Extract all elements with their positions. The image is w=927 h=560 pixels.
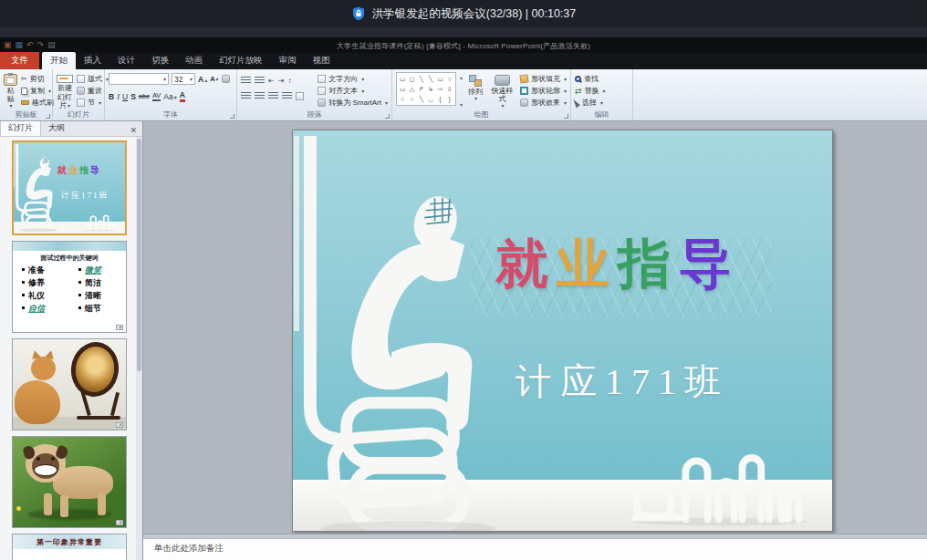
replace-icon: ⇄ xyxy=(575,87,582,96)
character-spacing-button[interactable]: AV xyxy=(152,91,161,101)
group-clipboard: 粘贴 ▾ ✂ 剪切 复制 ▾ 格式刷 剪贴板 xyxy=(0,69,53,120)
columns-icon[interactable] xyxy=(296,92,304,100)
increase-indent-icon[interactable]: ⇥ xyxy=(278,77,285,85)
bold-button[interactable]: B xyxy=(109,92,114,101)
font-name-select[interactable]: ▾ xyxy=(109,73,169,85)
align-right-icon[interactable] xyxy=(268,92,278,100)
align-center-icon[interactable] xyxy=(255,92,265,100)
dialog-launcher-icon[interactable] xyxy=(230,114,234,119)
format-painter-icon xyxy=(21,100,29,105)
tab-animations[interactable]: 动画 xyxy=(177,52,211,69)
underline-button[interactable]: U xyxy=(122,92,128,101)
bullet-item: 修养 xyxy=(22,276,66,289)
shape-outline-icon xyxy=(520,87,528,95)
shape-fill-button[interactable]: 形状填充 ▾ xyxy=(520,74,567,84)
group-label: 绘图 xyxy=(392,109,570,119)
cut-button[interactable]: ✂ 剪切 xyxy=(21,74,54,84)
layout-button[interactable]: 版式 ▾ xyxy=(77,74,109,84)
mirror-shape xyxy=(68,339,122,400)
align-left-icon[interactable] xyxy=(241,92,251,100)
text-direction-button[interactable]: 文字方向 ▾ xyxy=(318,74,388,84)
conference-bar: 洪学银发起的视频会议(32/38) | 00:10:37 xyxy=(0,0,927,27)
thumb2-sky-band xyxy=(13,242,126,251)
decrease-indent-icon[interactable]: ⇤ xyxy=(268,77,275,85)
convert-smartart-button[interactable]: 转换为 SmartArt ▾ xyxy=(318,98,388,108)
find-button[interactable]: 查找 xyxy=(575,74,606,84)
shapes-scroll[interactable]: ▴ ▾ xyxy=(460,72,463,109)
panel-close-icon[interactable]: ✕ xyxy=(124,125,142,136)
tab-transitions[interactable]: 切换 xyxy=(143,52,177,69)
tab-home[interactable]: 开始 xyxy=(42,52,76,69)
tab-design[interactable]: 设计 xyxy=(109,52,143,69)
group-paragraph: ⇤ ⇥ ↕ 文字方向 ▾ 对 xyxy=(237,69,392,120)
copy-button[interactable]: 复制 ▾ xyxy=(21,86,54,96)
new-slide-icon xyxy=(57,75,73,83)
slide-thumbnail-3[interactable] xyxy=(12,338,127,430)
tab-insert[interactable]: 插入 xyxy=(76,52,109,69)
quick-styles-button[interactable]: 快速样式 ▾ xyxy=(488,72,516,109)
bullet-item: 微笑 xyxy=(78,264,122,276)
paste-icon xyxy=(4,74,17,86)
slide-title[interactable]: 就业指导 xyxy=(495,229,740,300)
slide-thumbnail-1[interactable]: 就业指导 计应171班 xyxy=(12,140,127,235)
grow-font-button[interactable]: A▴ xyxy=(198,75,207,84)
format-painter-button[interactable]: 格式刷 xyxy=(21,98,54,108)
shadow-button[interactable]: S xyxy=(130,92,136,101)
main-slide-canvas[interactable]: 就业指导 计应171班 xyxy=(292,130,833,532)
arrange-icon xyxy=(469,75,482,87)
panel-tab-outline[interactable]: 大纲 xyxy=(41,121,72,136)
dialog-launcher-icon[interactable] xyxy=(46,114,50,119)
panel-scrollbar[interactable] xyxy=(136,137,142,560)
thumb2-left-bullets: 准备 修养 礼仪 自信 xyxy=(22,264,66,315)
slide-editing-area[interactable]: 就业指导 计应171班 xyxy=(143,121,927,534)
shapes-gallery[interactable]: ▭◻╲╲▭○ ▭△↱↳⇨⇩ ○☆╲◡{} xyxy=(396,72,456,106)
panel-tab-slides[interactable]: 幻灯片 xyxy=(0,121,41,136)
tab-view[interactable]: 视图 xyxy=(305,52,339,69)
tube-sculpture xyxy=(617,441,822,527)
justify-icon[interactable] xyxy=(282,92,292,100)
paste-button[interactable]: 粘贴 ▾ xyxy=(4,72,17,109)
reset-button[interactable]: 重设 xyxy=(77,86,109,96)
chevron-down-icon: ▾ xyxy=(361,76,364,82)
thumb2-title: 面试过程中的关键词 xyxy=(13,254,126,263)
meeting-lock-icon xyxy=(351,6,366,21)
bullet-item: 细节 xyxy=(78,302,122,315)
tab-review[interactable]: 审阅 xyxy=(271,52,305,69)
bullets-icon[interactable] xyxy=(241,77,251,85)
font-size-select[interactable]: 32▾ xyxy=(172,73,195,85)
dialog-launcher-icon[interactable] xyxy=(385,114,390,119)
align-text-button[interactable]: 对齐文本 ▾ xyxy=(318,86,388,96)
shape-fill-icon xyxy=(519,74,528,83)
dog-head-shape xyxy=(26,444,66,482)
line-spacing-icon[interactable]: ↕ xyxy=(287,77,291,85)
italic-button[interactable]: I xyxy=(117,92,120,101)
replace-button[interactable]: ⇄ 替换 ▾ xyxy=(575,86,606,96)
window-title: 大学生就业指导课件(定稿) [兼容模式] - Microsoft PowerPo… xyxy=(0,41,927,51)
slide-thumbnail-2[interactable]: 面试过程中的关键词 准备 修养 礼仪 自信 微笑 简洁 清晰 细节 xyxy=(12,241,127,333)
change-case-button[interactable]: Aa▾ xyxy=(163,92,176,101)
numbering-icon[interactable] xyxy=(255,77,265,85)
tab-slideshow[interactable]: 幻灯片放映 xyxy=(211,52,271,69)
strikethrough-button[interactable]: abc xyxy=(139,92,150,100)
slide-thumbnail-4[interactable] xyxy=(12,436,127,528)
shrink-font-button[interactable]: A▾ xyxy=(210,75,218,83)
select-button[interactable]: 选择 ▾ xyxy=(575,98,606,108)
arrange-button[interactable]: 排列 ▾ xyxy=(466,72,484,109)
tab-file[interactable]: 文件 xyxy=(0,52,39,69)
chevron-down-icon: ▾ xyxy=(564,88,567,94)
new-slide-button[interactable]: 新建 幻灯片▾ xyxy=(57,72,73,109)
slide-subtitle[interactable]: 计应171班 xyxy=(516,357,729,407)
scroll-down-icon: ▾ xyxy=(460,101,463,108)
shape-outline-button[interactable]: 形状轮廓 ▾ xyxy=(520,86,567,96)
notes-pane[interactable]: 单击此处添加备注 xyxy=(143,538,927,560)
dialog-launcher-icon[interactable] xyxy=(564,114,568,119)
clear-formatting-icon[interactable] xyxy=(222,75,230,83)
section-button[interactable]: 节 ▾ xyxy=(77,98,109,108)
font-color-button[interactable]: A xyxy=(180,91,185,102)
slide-thumbnail-5[interactable]: 第一印象异常重要 xyxy=(12,534,127,560)
shape-effects-button[interactable]: 形状效果 ▾ xyxy=(520,98,567,108)
screen: 洪学银发起的视频会议(32/38) | 00:10:37 ▣ ▦ ↶ ↷ ▤ 大… xyxy=(0,0,927,560)
ribbon-tab-row: 文件 开始 插入 设计 切换 动画 幻灯片放映 审阅 视图 xyxy=(0,53,927,69)
group-label: 幻灯片 xyxy=(53,109,104,119)
scrollbar-thumb[interactable] xyxy=(137,139,141,371)
